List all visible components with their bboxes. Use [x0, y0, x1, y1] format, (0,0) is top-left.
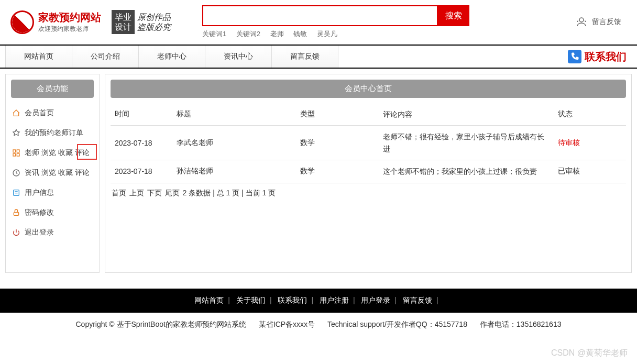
nav-news[interactable]: 资讯中心 [205, 46, 272, 68]
separator: | [270, 296, 272, 304]
table-row: 2023-07-18 孙洁铭老师 数学 这个老师不错的；我家里的小孩上过课；很负… [111, 160, 626, 183]
badge-block: 毕业 设计 原创作品 盗版必究 [112, 10, 171, 34]
sidebar-item-label: 老师 浏览 收藏 评论 [25, 148, 90, 158]
copyright-text: Copyright © 基于SprintBoot的家教老师预约网站系统 [76, 320, 246, 328]
cell-time: 2023-07-18 [111, 126, 172, 160]
cell-time: 2023-07-18 [111, 160, 172, 183]
contact-us[interactable]: 联系我们 [568, 50, 632, 64]
keyword-link[interactable]: 钱敏 [293, 30, 307, 38]
keyword-list: 关键词1 关键词2 老师 钱敏 灵吴凡 [202, 29, 565, 39]
svg-rect-2 [17, 150, 19, 152]
search-input[interactable] [202, 5, 438, 26]
nav-company[interactable]: 公司介绍 [72, 46, 139, 68]
cell-comment: 老师不错；很有经验，家里小孩子辅导后成绩有长进 [379, 126, 554, 160]
cell-title: 孙洁铭老师 [172, 160, 296, 183]
svg-rect-3 [13, 153, 16, 156]
sidebar-item-news-comments[interactable]: 资讯 浏览 收藏 评论 [11, 163, 94, 183]
keyword-link[interactable]: 关键词1 [202, 30, 226, 38]
support-text: Technical support/开发作者QQ：45157718 [327, 320, 467, 328]
lock-icon [12, 208, 20, 217]
cell-type: 数学 [296, 160, 378, 183]
content-header: 会员中心首页 [111, 80, 626, 98]
cell-title: 李武名老师 [172, 126, 296, 160]
cell-status: 待审核 [554, 126, 626, 160]
feedback-link[interactable]: 留言反馈 [575, 16, 621, 28]
main-wrap: 会员功能 会员首页 我的预约老师订单 老师 浏览 收藏 评论 资讯 浏览 收藏 … [0, 69, 637, 278]
keyword-link[interactable]: 老师 [270, 30, 284, 38]
separator: | [311, 296, 313, 304]
page-prev[interactable]: 上页 [129, 189, 144, 197]
sidebar-item-label: 用户信息 [25, 188, 54, 197]
sidebar-item-label: 密码修改 [25, 208, 54, 217]
grid-icon [12, 149, 20, 157]
content-panel: 会员中心首页 时间 标题 类型 评论内容 状态 2023-07-18 李武名老师… [105, 74, 632, 273]
sidebar-item-user-info[interactable]: 用户信息 [11, 183, 94, 203]
sidebar: 会员功能 会员首页 我的预约老师订单 老师 浏览 收藏 评论 资讯 浏览 收藏 … [5, 74, 100, 273]
svg-point-0 [579, 18, 584, 22]
footer-link[interactable]: 网站首页 [194, 296, 224, 304]
logo-text: 家教预约网站 欢迎预约家教老师 [38, 10, 101, 34]
original-line2: 盗版必究 [137, 22, 171, 32]
svg-rect-1 [13, 150, 16, 152]
nav-home[interactable]: 网站首页 [5, 46, 72, 68]
site-subtitle: 欢迎预约家教老师 [38, 25, 101, 34]
sidebar-item-label: 退出登录 [25, 228, 54, 237]
graduation-badge: 毕业 设计 [112, 10, 135, 34]
author-phone: 作者电话：13516821613 [480, 320, 562, 328]
sidebar-header: 会员功能 [11, 80, 94, 98]
svg-rect-4 [17, 153, 19, 156]
footer-nav: 网站首页| 关于我们| 联系我们| 用户注册| 用户登录| 留言反馈| [0, 289, 637, 313]
pagination: 首页 上页 下页 尾页 2 条数据 | 总 1 页 | 当前 1 页 [111, 183, 626, 203]
table-row: 2023-07-18 李武名老师 数学 老师不错；很有经验，家里小孩子辅导后成绩… [111, 126, 626, 160]
comments-table: 时间 标题 类型 评论内容 状态 2023-07-18 李武名老师 数学 老师不… [111, 103, 626, 183]
sidebar-item-label: 资讯 浏览 收藏 评论 [25, 168, 90, 178]
page-summary: 2 条数据 | 总 1 页 | 当前 1 页 [183, 189, 276, 197]
footer-link[interactable]: 关于我们 [236, 296, 266, 304]
page-last[interactable]: 尾页 [165, 189, 180, 197]
site-title: 家教预约网站 [38, 10, 101, 25]
page-first[interactable]: 首页 [112, 189, 126, 197]
footer-link[interactable]: 用户注册 [320, 296, 349, 304]
power-icon [12, 228, 20, 237]
page-next[interactable]: 下页 [147, 189, 162, 197]
sidebar-item-label: 会员首页 [25, 108, 54, 118]
nav-bar: 网站首页 公司介绍 老师中心 资讯中心 留言反馈 联系我们 [0, 45, 637, 69]
sidebar-item-home[interactable]: 会员首页 [11, 103, 94, 123]
feedback-label: 留言反馈 [592, 17, 621, 27]
col-time: 时间 [111, 103, 172, 126]
logo-icon [10, 10, 34, 34]
cell-type: 数学 [296, 126, 378, 160]
sidebar-item-label: 我的预约老师订单 [25, 128, 83, 138]
separator: | [228, 296, 230, 304]
footer-link[interactable]: 用户登录 [361, 296, 390, 304]
col-type: 类型 [296, 103, 378, 126]
icp-text: 某省ICP备xxxx号 [259, 320, 315, 328]
original-badge: 原创作品 盗版必究 [137, 12, 171, 32]
nav-feedback[interactable]: 留言反馈 [272, 46, 338, 68]
home-icon [12, 109, 20, 117]
col-status: 状态 [554, 103, 626, 126]
support-icon [575, 16, 588, 28]
nav-teacher[interactable]: 老师中心 [139, 46, 205, 68]
search-button[interactable]: 搜索 [438, 5, 469, 26]
separator: | [394, 296, 397, 304]
sidebar-item-orders[interactable]: 我的预约老师订单 [11, 123, 94, 143]
keyword-link[interactable]: 灵吴凡 [317, 30, 337, 38]
footer-link[interactable]: 留言反馈 [403, 296, 432, 304]
sidebar-item-teacher-comments[interactable]: 老师 浏览 收藏 评论 [11, 143, 94, 163]
top-bar: 家教预约网站 欢迎预约家教老师 毕业 设计 原创作品 盗版必究 搜索 关键词1 … [0, 0, 637, 45]
sidebar-item-logout[interactable]: 退出登录 [11, 223, 94, 242]
sidebar-item-password[interactable]: 密码修改 [11, 203, 94, 223]
clock-icon [12, 169, 20, 177]
svg-rect-7 [14, 212, 18, 215]
search-row: 搜索 [202, 5, 565, 26]
contact-label: 联系我们 [585, 50, 627, 64]
keyword-link[interactable]: 关键词2 [236, 30, 260, 38]
user-icon [12, 189, 20, 197]
col-title: 标题 [172, 103, 296, 126]
col-comment: 评论内容 [379, 103, 554, 126]
order-icon [12, 129, 20, 137]
footer-link[interactable]: 联系我们 [278, 296, 307, 304]
separator: | [436, 296, 438, 304]
phone-icon [568, 50, 581, 63]
